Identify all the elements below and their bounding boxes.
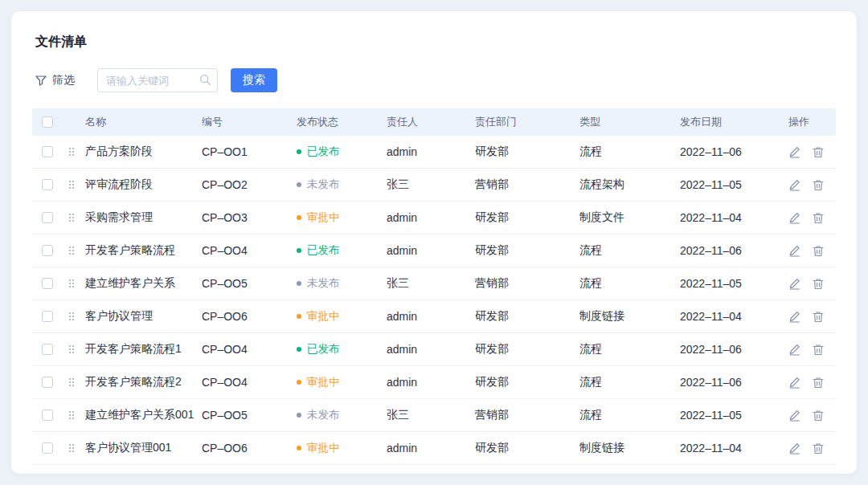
delete-button[interactable] (813, 442, 824, 454)
row-checkbox[interactable] (42, 442, 53, 454)
drag-handle-icon[interactable] (69, 411, 71, 413)
drag-handle-icon[interactable] (69, 312, 71, 314)
col-header-code: 编号 (202, 115, 297, 129)
dept-cell: 研发部 (475, 210, 579, 225)
edit-button[interactable] (788, 212, 800, 224)
col-header-status: 发布状态 (297, 115, 387, 129)
file-table: 名称 编号 发布状态 责任人 责任部门 类型 发布日期 操作 产品方案阶段 CP… (32, 108, 836, 465)
date-cell: 2022–11–06 (680, 376, 788, 389)
edit-button[interactable] (788, 278, 800, 290)
filter-button[interactable]: 筛选 (35, 73, 75, 88)
name-cell: 开发客户策略流程 (85, 243, 202, 258)
delete-button[interactable] (813, 146, 824, 158)
name-cell: 建立维护客户关系001 (85, 408, 202, 422)
dept-cell: 研发部 (475, 145, 579, 159)
date-cell: 2022–11–04 (680, 310, 788, 323)
status-dot (297, 215, 301, 220)
edit-button[interactable] (788, 344, 800, 356)
edit-button[interactable] (788, 377, 800, 389)
actions-cell (788, 311, 836, 323)
dept-cell: 研发部 (475, 309, 579, 324)
delete-button[interactable] (813, 245, 824, 257)
owner-cell: 张三 (387, 177, 475, 192)
table-row: 开发客户策略流程2 CP–OO4 审批中 admin 研发部 流程 2022–1… (32, 366, 836, 399)
code-cell: CP–OO1 (202, 145, 297, 158)
owner-cell: 张三 (387, 276, 475, 291)
status-label: 审批中 (307, 210, 340, 225)
date-cell: 2022–11–05 (680, 277, 788, 290)
status-cell: 已发布 (297, 243, 387, 258)
edit-button[interactable] (788, 245, 800, 257)
row-checkbox[interactable] (42, 344, 53, 355)
drag-handle-icon[interactable] (69, 444, 71, 446)
edit-button[interactable] (788, 442, 800, 454)
row-checkbox[interactable] (42, 212, 53, 223)
date-cell: 2022–11–06 (680, 145, 788, 158)
status-cell: 已发布 (297, 145, 387, 159)
row-checkbox[interactable] (42, 179, 53, 190)
actions-cell (788, 245, 836, 257)
code-cell: CP–OO6 (202, 442, 297, 454)
table-row: 开发客户策略流程1 CP–OO4 已发布 admin 研发部 流程 2022–1… (32, 333, 836, 366)
row-checkbox[interactable] (42, 278, 53, 289)
delete-button[interactable] (813, 179, 824, 191)
edit-button[interactable] (788, 146, 800, 158)
type-cell: 流程 (579, 375, 680, 389)
code-cell: CP–OO6 (202, 310, 297, 323)
status-dot (297, 413, 301, 418)
delete-button[interactable] (813, 311, 824, 323)
row-checkbox[interactable] (42, 377, 53, 388)
edit-button[interactable] (788, 410, 800, 422)
search-button[interactable]: 搜索 (231, 68, 277, 92)
delete-button[interactable] (813, 410, 824, 422)
row-checkbox[interactable] (42, 410, 53, 421)
drag-handle-icon[interactable] (69, 214, 71, 215)
name-cell: 评审流程阶段 (85, 177, 202, 192)
col-header-dept: 责任部门 (475, 115, 579, 129)
table-row: 客户协议管理 CP–OO6 审批中 admin 研发部 制度链接 2022–11… (32, 300, 836, 333)
status-cell: 未发布 (297, 276, 387, 291)
date-cell: 2022–11–06 (680, 343, 788, 356)
status-label: 审批中 (307, 441, 340, 455)
table-row: 评审流程阶段 CP–OO2 未发布 张三 营销部 流程架构 2022–11–05 (32, 169, 836, 202)
edit-button[interactable] (788, 179, 800, 191)
select-all-checkbox[interactable] (42, 116, 53, 128)
edit-button[interactable] (788, 311, 800, 323)
actions-cell (788, 212, 836, 224)
code-cell: CP–OO5 (202, 277, 297, 290)
drag-handle-icon[interactable] (69, 148, 71, 149)
col-header-date: 发布日期 (680, 115, 788, 129)
table-row: 建立维护客户关系 CP–OO5 未发布 张三 营销部 流程 2022–11–05 (32, 267, 836, 300)
dept-cell: 研发部 (475, 342, 579, 357)
delete-button[interactable] (813, 278, 824, 290)
owner-cell: admin (387, 343, 475, 356)
search-box (97, 68, 218, 92)
owner-cell: admin (387, 376, 475, 389)
row-checkbox[interactable] (42, 311, 53, 322)
status-cell: 审批中 (297, 441, 387, 455)
drag-handle-icon[interactable] (69, 181, 71, 182)
date-cell: 2022–11–04 (680, 442, 788, 454)
status-label: 未发布 (307, 276, 340, 291)
row-checkbox[interactable] (42, 146, 53, 157)
drag-handle-icon[interactable] (69, 279, 71, 281)
col-header-name: 名称 (85, 115, 202, 129)
row-checkbox[interactable] (42, 245, 53, 256)
search-input[interactable] (97, 68, 218, 92)
type-cell: 制度链接 (579, 441, 680, 455)
delete-button[interactable] (813, 212, 824, 224)
status-cell: 审批中 (297, 309, 387, 324)
actions-cell (788, 179, 836, 191)
drag-handle-icon[interactable] (69, 247, 71, 248)
name-cell: 开发客户策略流程1 (85, 342, 202, 357)
delete-button[interactable] (813, 344, 824, 356)
status-dot (297, 182, 301, 187)
drag-handle-icon[interactable] (69, 378, 71, 380)
status-dot (297, 248, 301, 253)
type-cell: 流程架构 (579, 177, 680, 192)
delete-button[interactable] (813, 377, 824, 389)
date-cell: 2022–11–04 (680, 211, 788, 224)
code-cell: CP–OO2 (202, 178, 297, 191)
drag-handle-icon[interactable] (69, 345, 71, 347)
table-header: 名称 编号 发布状态 责任人 责任部门 类型 发布日期 操作 (32, 108, 836, 136)
